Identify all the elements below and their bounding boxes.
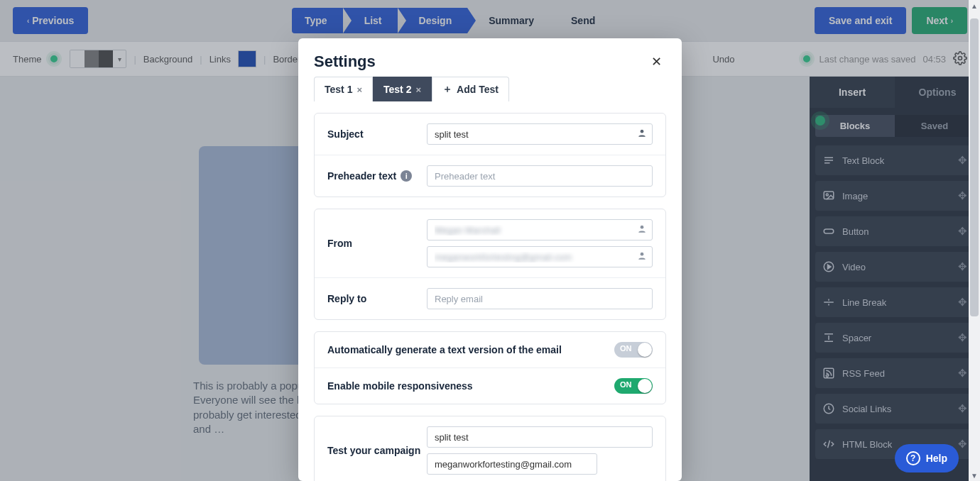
help-icon: ? (906, 451, 920, 465)
subject-label: Subject (327, 128, 427, 140)
info-icon[interactable]: i (401, 170, 412, 182)
tab-test-1[interactable]: Test 1 × (314, 77, 373, 101)
help-button[interactable]: ? Help (895, 444, 959, 472)
subject-input[interactable] (427, 123, 653, 145)
settings-modal: Settings ✕ Test 1 × Test 2 × ＋ Add Test … (298, 38, 682, 481)
from-name-input[interactable] (427, 219, 653, 240)
plus-icon: ＋ (442, 83, 452, 96)
mobile-responsive-toggle[interactable]: ON (614, 378, 653, 394)
svg-point-19 (641, 226, 644, 229)
scroll-thumb[interactable] (970, 18, 979, 316)
toggle-knob (638, 343, 652, 357)
svg-point-18 (641, 130, 644, 133)
add-test-button[interactable]: ＋ Add Test (432, 77, 509, 101)
test-campaign-label: Test your campaign (327, 445, 427, 456)
from-email-input[interactable] (427, 246, 653, 267)
auto-text-label: Automatically generate a text version of… (327, 344, 562, 355)
replyto-label: Reply to (327, 293, 427, 304)
toggle-knob (638, 379, 652, 393)
from-label: From (327, 238, 427, 249)
modal-overlay: Settings ✕ Test 1 × Test 2 × ＋ Add Test … (0, 0, 980, 481)
scroll-track[interactable] (969, 11, 980, 470)
auto-text-toggle[interactable]: ON (614, 342, 653, 358)
person-icon[interactable] (637, 251, 647, 263)
test-subject-input[interactable] (427, 426, 653, 448)
scroll-up-icon[interactable]: ▲ (969, 0, 980, 11)
preheader-label: Preheader text i (327, 170, 427, 182)
mobile-toggle-label: Enable mobile responsiveness (327, 380, 473, 392)
modal-title: Settings (314, 52, 376, 71)
person-icon[interactable] (637, 128, 647, 140)
close-tab-icon[interactable]: × (415, 84, 421, 95)
page-scrollbar[interactable]: ▲ ▼ (969, 0, 980, 481)
svg-point-20 (641, 253, 644, 256)
preheader-input[interactable] (427, 165, 653, 187)
close-icon[interactable]: ✕ (647, 53, 666, 70)
close-tab-icon[interactable]: × (356, 84, 362, 95)
person-icon[interactable] (637, 224, 647, 236)
tab-test-2[interactable]: Test 2 × (373, 77, 432, 101)
scroll-down-icon[interactable]: ▼ (969, 470, 980, 481)
test-email-input[interactable] (427, 453, 597, 475)
replyto-input[interactable] (427, 288, 653, 309)
